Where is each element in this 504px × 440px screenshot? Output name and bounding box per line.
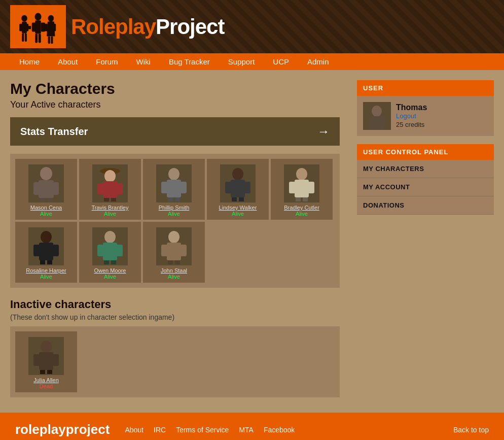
phillip-smith-avatar-icon bbox=[159, 166, 189, 201]
char-avatar-owen-moore bbox=[92, 227, 128, 265]
logo-box bbox=[10, 5, 66, 48]
stats-transfer-button[interactable]: Stats Transfer → bbox=[10, 117, 340, 146]
char-name-julia-allen: Julia Allen bbox=[33, 377, 59, 383]
footer-link-mta[interactable]: MTA bbox=[239, 426, 254, 434]
char-name-owen-moore: Owen Moore bbox=[94, 267, 126, 274]
svg-rect-35 bbox=[180, 182, 187, 193]
svg-rect-64 bbox=[161, 245, 168, 256]
svg-point-44 bbox=[296, 168, 307, 180]
svg-point-7 bbox=[34, 13, 41, 20]
character-card-john-staal[interactable]: John Staal Alive bbox=[143, 222, 205, 283]
svg-point-32 bbox=[168, 168, 179, 180]
header: RoleplayProject bbox=[0, 0, 504, 53]
char-name-bradley-cutler: Bradley Cutler bbox=[284, 205, 319, 211]
user-panel: USER Thomas Logout 25 credits USER CONTR… bbox=[357, 80, 494, 215]
svg-rect-54 bbox=[40, 260, 45, 264]
svg-rect-65 bbox=[180, 245, 187, 256]
user-panel-header: USER bbox=[357, 80, 494, 96]
svg-rect-73 bbox=[47, 370, 52, 374]
svg-point-18 bbox=[40, 167, 52, 180]
svg-rect-70 bbox=[33, 354, 40, 366]
svg-rect-28 bbox=[97, 183, 104, 194]
nav-wiki[interactable]: Wiki bbox=[127, 53, 160, 70]
ucp-menu-my-characters[interactable]: MY CHARACTERS bbox=[357, 160, 494, 178]
svg-rect-75 bbox=[369, 116, 385, 130]
svg-rect-37 bbox=[175, 197, 180, 201]
footer: roleplayproject About IRC Terms of Servi… bbox=[0, 413, 504, 440]
svg-rect-59 bbox=[116, 245, 123, 256]
char-status-phillip-smith: Alive bbox=[168, 211, 180, 217]
svg-rect-66 bbox=[168, 260, 173, 264]
nav-bugtracker[interactable]: Bug Tracker bbox=[160, 53, 219, 70]
main-wrapper: My Characters Your Active characters Sta… bbox=[0, 70, 504, 413]
page-subtitle: Your Active characters bbox=[10, 99, 347, 110]
footer-logo: roleplayproject bbox=[15, 422, 110, 437]
content-area: My Characters Your Active characters Sta… bbox=[10, 80, 347, 397]
lindsey-walker-avatar-icon bbox=[223, 166, 253, 201]
character-card-travis-brantley[interactable]: Travis Brantley Alive bbox=[79, 159, 141, 220]
nav-forum[interactable]: Forum bbox=[87, 53, 127, 70]
char-avatar-travis-brantley bbox=[92, 164, 128, 202]
character-card-owen-moore[interactable]: Owen Moore Alive bbox=[79, 222, 141, 283]
svg-rect-67 bbox=[175, 260, 180, 264]
svg-rect-47 bbox=[308, 182, 314, 193]
char-status-owen-moore: Alive bbox=[104, 274, 116, 280]
footer-link-tos[interactable]: Terms of Service bbox=[176, 426, 229, 434]
svg-rect-17 bbox=[51, 36, 53, 44]
logout-link[interactable]: Logout bbox=[396, 112, 427, 120]
user-details: Thomas Logout 25 credits bbox=[396, 103, 427, 129]
char-status-john-staal: Alive bbox=[168, 274, 180, 280]
nav-home[interactable]: Home bbox=[10, 53, 49, 70]
back-to-top-link[interactable]: Back to top bbox=[453, 426, 489, 434]
svg-point-62 bbox=[168, 231, 179, 243]
ucp-menu: MY CHARACTERS MY ACCOUNT DONATIONS bbox=[357, 160, 494, 215]
footer-link-facebook[interactable]: Facebook bbox=[264, 426, 295, 434]
inactive-characters-grid: Julia Allen Dead bbox=[10, 326, 340, 397]
nav-admin[interactable]: Admin bbox=[298, 53, 338, 70]
svg-rect-29 bbox=[116, 183, 123, 194]
ucp-menu-my-account[interactable]: MY ACCOUNT bbox=[357, 178, 494, 196]
character-card-julia-allen[interactable]: Julia Allen Dead bbox=[15, 331, 77, 392]
svg-rect-48 bbox=[296, 197, 301, 201]
arrow-right-icon: → bbox=[317, 124, 330, 139]
char-avatar-john-staal bbox=[156, 227, 192, 265]
nav-ucp[interactable]: UCP bbox=[264, 53, 298, 70]
footer-right: Back to top bbox=[453, 425, 489, 434]
julia-allen-avatar-icon bbox=[31, 339, 61, 374]
character-card-mason-cena[interactable]: Mason Cena Alive bbox=[15, 159, 77, 220]
char-status-julia-allen: Dead bbox=[40, 383, 53, 389]
char-avatar-julia-allen bbox=[28, 337, 64, 375]
ucp-panel-header: USER CONTROL PANEL bbox=[357, 144, 494, 160]
travis-brantley-avatar-icon bbox=[95, 166, 125, 201]
svg-rect-63 bbox=[167, 243, 181, 260]
svg-rect-49 bbox=[303, 197, 308, 201]
sidebar: USER Thomas Logout 25 credits USER CONTR… bbox=[357, 80, 494, 397]
svg-rect-52 bbox=[33, 245, 40, 256]
svg-rect-6 bbox=[27, 25, 31, 29]
rosaline-harper-avatar-icon bbox=[31, 229, 61, 264]
svg-rect-36 bbox=[168, 197, 173, 201]
svg-rect-4 bbox=[22, 33, 24, 41]
owen-moore-avatar-icon bbox=[95, 229, 125, 264]
footer-link-about[interactable]: About bbox=[125, 426, 143, 434]
svg-rect-30 bbox=[104, 198, 109, 201]
username: Thomas bbox=[396, 103, 427, 112]
char-name-travis-brantley: Travis Brantley bbox=[92, 205, 129, 211]
character-card-lindsey-walker[interactable]: Lindsey Walker Alive bbox=[207, 159, 269, 220]
character-card-phillip-smith[interactable]: Phillip Smith Alive bbox=[143, 159, 205, 220]
logo-text: RoleplayProject bbox=[71, 15, 224, 39]
nav-about[interactable]: About bbox=[49, 53, 87, 70]
svg-point-56 bbox=[104, 231, 116, 243]
svg-rect-27 bbox=[103, 181, 117, 198]
character-card-bradley-cutler[interactable]: Bradley Cutler Alive bbox=[271, 159, 333, 220]
char-name-mason-cena: Mason Cena bbox=[30, 205, 62, 211]
character-card-rosaline-harper[interactable]: Rosaline Harper Alive bbox=[15, 222, 77, 283]
char-name-john-staal: John Staal bbox=[161, 267, 187, 274]
svg-rect-53 bbox=[52, 245, 59, 256]
svg-rect-16 bbox=[48, 36, 50, 44]
svg-rect-45 bbox=[295, 180, 309, 197]
footer-link-irc[interactable]: IRC bbox=[154, 426, 166, 434]
svg-rect-31 bbox=[111, 198, 116, 201]
nav-support[interactable]: Support bbox=[219, 53, 264, 70]
ucp-menu-donations[interactable]: DONATIONS bbox=[357, 196, 494, 215]
